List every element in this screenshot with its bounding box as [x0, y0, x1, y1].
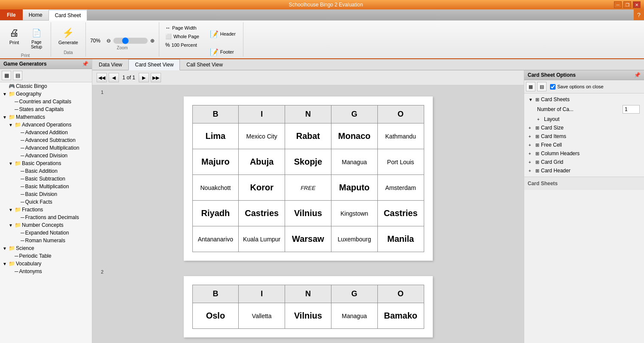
- sidebar-item-expanded-notation[interactable]: ─ Expanded Notation: [0, 229, 92, 237]
- minimize-button[interactable]: ─: [614, 1, 622, 8]
- zoom-decrease-icon[interactable]: ⊖: [106, 38, 111, 44]
- sidebar-item-advanced-addition[interactable]: ─ Advanced Addition: [0, 129, 92, 136]
- sidebar-item-states-capitals[interactable]: ─ States and Capitals: [0, 105, 92, 113]
- layout-item[interactable]: + Layout: [535, 115, 642, 123]
- sidebar-item-basic-addition[interactable]: ─ Basic Addition: [0, 167, 92, 175]
- sidebar-item-classic-bingo[interactable]: 🎮 Classic Bingo: [0, 82, 92, 90]
- options-view-btn2[interactable]: ▤: [537, 82, 547, 91]
- home-menu[interactable]: Home: [23, 9, 49, 20]
- options-card-grid[interactable]: + ⊞ Card Grid: [526, 158, 642, 166]
- options-card-sheets[interactable]: ▼ ⊞ Card Sheets: [526, 95, 642, 104]
- whole-page-button[interactable]: ⬜ Whole Page: [164, 33, 201, 40]
- right-panel-pin-icon[interactable]: 📌: [634, 72, 641, 78]
- bingo-card-2: B I N G O Oslo: [184, 276, 433, 337]
- col-header-n: N: [285, 105, 331, 123]
- sidebar-view-btn2[interactable]: ▤: [13, 71, 22, 80]
- sidebar-view-btn1[interactable]: ▦: [2, 71, 11, 80]
- next-page-button[interactable]: ▶: [139, 73, 149, 82]
- sidebar-item-geography[interactable]: ▼ 📁 Geography: [0, 90, 92, 98]
- generate-label: Generate: [58, 40, 78, 45]
- print-label: Print: [9, 40, 19, 45]
- sidebar-item-number-concepts[interactable]: ▼ 📁 Number Concepts: [0, 221, 92, 229]
- sidebar-item-basic-operations[interactable]: ▼ 📁 Basic Operations: [0, 159, 92, 167]
- card-cell: Skopje: [285, 149, 331, 175]
- expand-icon: ▼: [2, 262, 8, 266]
- card-sheet-menu[interactable]: Card Sheet: [49, 10, 88, 21]
- sidebar-item-advanced-subtraction[interactable]: ─ Advanced Subtraction: [0, 136, 92, 144]
- page-info: 1 of 1: [121, 75, 137, 81]
- expand-icon: ▼: [529, 97, 534, 102]
- card-cell: Koror: [239, 175, 285, 201]
- ribbon-print-group: 🖨 Print 📄 PageSetup Print: [0, 22, 51, 57]
- generate-icon: ⚡: [61, 26, 75, 40]
- expand-icon: +: [529, 160, 534, 165]
- expand-icon: ▼: [2, 92, 8, 96]
- number-of-cards-input[interactable]: [623, 105, 640, 114]
- restore-button[interactable]: ❐: [623, 1, 631, 8]
- data-group-label: Data: [64, 48, 73, 55]
- options-card-size[interactable]: + ⊞ Card Size: [526, 123, 642, 132]
- options-free-cell[interactable]: + ⊞ Free Cell: [526, 141, 642, 149]
- close-button[interactable]: ✕: [633, 1, 641, 8]
- options-view-btn1[interactable]: ▦: [526, 82, 535, 91]
- last-page-button[interactable]: ▶▶: [151, 73, 161, 82]
- options-card-header[interactable]: + ⊞ Card Header: [526, 166, 642, 175]
- first-page-button[interactable]: ◀◀: [97, 73, 107, 82]
- zoom-increase-icon[interactable]: ⊕: [150, 38, 155, 44]
- bingo-table-1: B I N G O Lima: [192, 105, 424, 252]
- sidebar-item-quick-facts[interactable]: ─ Quick Facts: [0, 198, 92, 206]
- header-button[interactable]: 📝 Header: [205, 26, 239, 42]
- page-width-icon: ↔: [165, 25, 170, 31]
- doc-icon: ─: [21, 199, 24, 205]
- card-row: Majuro Abuja Skopje Managua Port Louis: [192, 149, 424, 175]
- sidebar-item-antonyms[interactable]: ─ Antonyms: [0, 268, 92, 275]
- sidebar-item-periodic-table[interactable]: ─ Periodic Table: [0, 252, 92, 260]
- sidebar-item-advanced-operations[interactable]: ▼ 📁 Advanced Operations: [0, 121, 92, 129]
- sidebar-item-countries-capitals[interactable]: ─ Countries and Capitals: [0, 98, 92, 105]
- hundred-percent-button[interactable]: % 100 Percent: [164, 41, 201, 49]
- column-headers-label: Column Headers: [541, 150, 640, 156]
- sidebar-item-basic-subtraction[interactable]: ─ Basic Subtraction: [0, 175, 92, 183]
- ribbon-page-group: ↔ Page Width ⬜ Whole Page % 100 Percent …: [159, 22, 243, 57]
- card-cell: Managua: [331, 303, 377, 329]
- page-setup-button[interactable]: 📄 PageSetup: [27, 24, 46, 51]
- sidebar-item-basic-multiplication[interactable]: ─ Basic Multiplication: [0, 183, 92, 190]
- sidebar-item-science[interactable]: ▼ 📁 Science: [0, 244, 92, 252]
- sidebar-item-roman-numerals[interactable]: ─ Roman Numerals: [0, 237, 92, 244]
- number-of-cards-row: Number of Ca...: [535, 104, 642, 115]
- sidebar-item-advanced-division[interactable]: ─ Advanced Division: [0, 152, 92, 159]
- options-column-headers[interactable]: + ⊞ Column Headers: [526, 149, 642, 158]
- zoom-slider[interactable]: [113, 38, 148, 44]
- col-header-g: G: [331, 105, 377, 123]
- bingo-card-1: B I N G O Lima: [184, 96, 433, 261]
- file-menu[interactable]: File: [0, 9, 23, 20]
- options-toolbar: ▦ ▤ Save options on close: [524, 80, 644, 93]
- expand-icon: +: [537, 117, 542, 122]
- folder-icon: 🎮: [9, 83, 15, 89]
- sidebar-item-fractions[interactable]: ▼ 📁 Fractions: [0, 206, 92, 214]
- card-cell: Luxembourg: [331, 226, 377, 252]
- print-button[interactable]: 🖨 Print: [4, 24, 24, 47]
- right-panel-title: Card Sheet Options: [528, 72, 576, 78]
- card-cell: Majuro: [192, 149, 239, 175]
- options-card-items[interactable]: + ⊞ Card Items: [526, 132, 642, 141]
- save-options-checkbox[interactable]: [550, 84, 556, 90]
- prev-page-button[interactable]: ◀: [109, 73, 119, 82]
- ribbon-data-icons: ⚡ Generate: [55, 24, 81, 48]
- sidebar-item-advanced-multiplication[interactable]: ─ Advanced Multiplication: [0, 144, 92, 152]
- header-icon: 📝: [208, 28, 220, 40]
- sidebar-item-vocabulary[interactable]: ▼ 📁 Vocabulary: [0, 260, 92, 268]
- sidebar-pin-icon[interactable]: 📌: [82, 61, 88, 67]
- page-width-button[interactable]: ↔ Page Width: [164, 24, 201, 32]
- sidebar-item-basic-division[interactable]: ─ Basic Division: [0, 190, 92, 198]
- free-cell-label: Free Cell: [541, 142, 640, 148]
- right-panel-footer: Card Sheets: [524, 177, 644, 190]
- footer-button[interactable]: 📝 Footer: [205, 44, 239, 60]
- tab-data-view[interactable]: Data View: [92, 59, 128, 70]
- card-cell: Castries: [377, 201, 424, 226]
- sidebar-item-mathematics[interactable]: ▼ 📁 Mathematics: [0, 113, 92, 121]
- tab-card-sheet-view[interactable]: Card Sheet View: [128, 59, 180, 70]
- sidebar-item-fractions-decimals[interactable]: ─ Fractions and Decimals: [0, 214, 92, 221]
- generate-button[interactable]: ⚡ Generate: [55, 24, 81, 47]
- tab-call-sheet-view[interactable]: Call Sheet View: [180, 59, 229, 70]
